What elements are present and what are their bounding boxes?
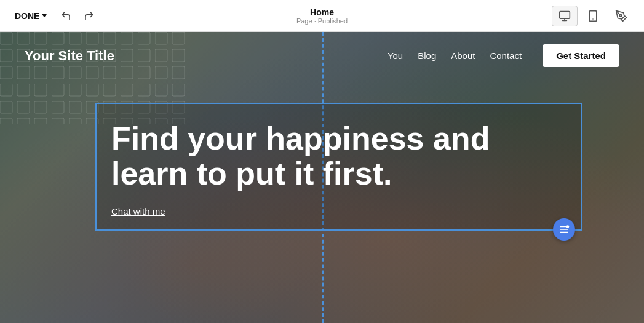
page-status: Page · Published (296, 17, 348, 25)
nav-link-about[interactable]: About (451, 50, 475, 61)
toolbar-right (552, 6, 634, 26)
block-action-icon (559, 224, 570, 235)
svg-rect-3 (589, 10, 597, 21)
site-title[interactable]: Your Site Title (25, 48, 114, 64)
page-area: Your Site Title You Blog About Contact G… (0, 32, 644, 323)
undo-button[interactable] (57, 7, 75, 25)
redo-icon (84, 10, 95, 22)
toolbar-left: DONE (10, 7, 98, 25)
hero-cta-link[interactable]: Chat with me (111, 206, 165, 217)
done-label: DONE (15, 11, 39, 21)
nav-link-you[interactable]: You (388, 50, 403, 61)
svg-rect-9 (560, 229, 568, 231)
design-tools-button[interactable] (608, 6, 634, 26)
paint-icon (615, 10, 627, 22)
svg-point-5 (620, 14, 622, 16)
redo-button[interactable] (80, 7, 98, 25)
page-name: Home (296, 7, 348, 17)
nav-link-contact[interactable]: Contact (490, 50, 522, 61)
chevron-down-icon (42, 14, 47, 17)
mobile-view-button[interactable] (580, 6, 606, 26)
nav-cta-button[interactable]: Get Started (543, 44, 619, 67)
svg-point-11 (566, 226, 570, 229)
desktop-view-button[interactable] (552, 6, 578, 26)
site-navigation: Your Site Title You Blog About Contact G… (0, 32, 644, 79)
nav-links: You Blog About Contact Get Started (388, 44, 619, 67)
hero-content-block[interactable]: Find your happiness and learn to put it … (95, 103, 582, 231)
hero-content-wrapper: Find your happiness and learn to put it … (95, 103, 582, 231)
desktop-icon (559, 10, 571, 22)
undo-icon (60, 10, 71, 22)
mobile-icon (587, 10, 599, 22)
nav-link-blog[interactable]: Blog (418, 50, 436, 61)
toolbar: DONE Home Page · Published (0, 0, 644, 32)
done-button[interactable]: DONE (10, 9, 52, 23)
toolbar-center: Home Page · Published (296, 7, 348, 25)
hero-headline[interactable]: Find your happiness and learn to put it … (111, 121, 566, 191)
svg-rect-0 (560, 11, 570, 18)
svg-rect-10 (560, 232, 568, 233)
